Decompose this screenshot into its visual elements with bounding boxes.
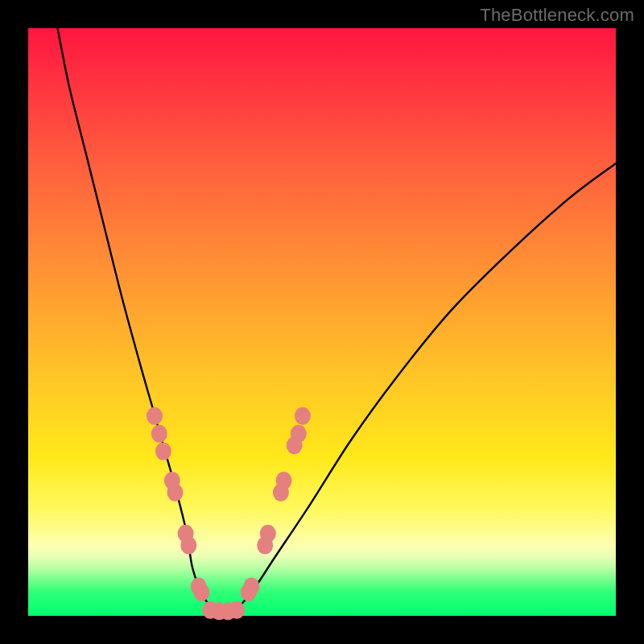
data-marker xyxy=(295,407,311,425)
data-marker xyxy=(180,536,196,554)
data-marker xyxy=(167,484,184,502)
marker-group xyxy=(147,407,311,620)
curve-svg xyxy=(28,28,616,616)
data-marker xyxy=(291,425,307,443)
watermark-text: TheBottleneck.com xyxy=(480,5,634,26)
data-marker xyxy=(193,584,209,601)
plot-area xyxy=(28,28,616,616)
data-marker xyxy=(260,525,276,543)
bottleneck-curve xyxy=(58,28,617,612)
data-marker xyxy=(147,407,163,425)
data-marker xyxy=(276,472,292,489)
data-marker xyxy=(151,425,167,443)
data-marker xyxy=(229,601,245,619)
data-marker xyxy=(243,578,259,596)
data-marker xyxy=(155,443,171,460)
chart-container: TheBottleneck.com xyxy=(0,0,644,644)
